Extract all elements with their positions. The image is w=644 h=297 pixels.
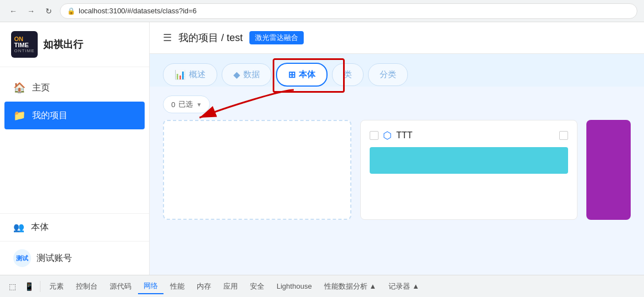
tab-overview-label: 概述 bbox=[189, 69, 206, 80]
sidebar-item-body[interactable]: 👥 本体 bbox=[0, 213, 149, 241]
logo-box: ON TIME ONTIME bbox=[11, 31, 38, 58]
main-header: ☰ 我的项目 / test 激光雷达融合 bbox=[150, 22, 644, 54]
tab-lighthouse[interactable]: Lighthouse bbox=[271, 280, 318, 293]
tab-security[interactable]: 安全 bbox=[244, 279, 270, 294]
refresh-button[interactable]: ↻ bbox=[42, 4, 55, 18]
devtools-separator-1 bbox=[40, 281, 40, 292]
filter-badge[interactable]: 0 已选 ▼ bbox=[163, 95, 210, 113]
tab-classify-label: 分类 bbox=[380, 69, 396, 80]
tabs-bar: 📊 概述 ◆ 数据 ⊞ 本体 类 分类 bbox=[150, 54, 644, 87]
back-button[interactable]: ← bbox=[7, 4, 20, 18]
home-label: 主页 bbox=[32, 82, 50, 94]
tab-perf-analytics[interactable]: 性能数据分析 ▲ bbox=[319, 279, 382, 294]
home-icon: 🏠 bbox=[13, 82, 25, 94]
url-text: localhost:3100/#/datasets/class?id=6 bbox=[79, 7, 197, 15]
card-checkbox[interactable] bbox=[370, 131, 379, 140]
card-header: ⬡ TTT bbox=[370, 129, 568, 142]
card-title: TTT bbox=[396, 130, 412, 140]
tab-data[interactable]: ◆ 数据 bbox=[222, 63, 272, 86]
items-grid: ⬡ TTT bbox=[163, 120, 631, 220]
tab-memory[interactable]: 内存 bbox=[191, 279, 217, 294]
card-checkbox-right[interactable] bbox=[559, 131, 568, 140]
tab-performance[interactable]: 性能 bbox=[165, 279, 190, 294]
projects-label: 我的项目 bbox=[32, 110, 68, 122]
tab-recorder[interactable]: 记录器 ▲ bbox=[383, 279, 425, 294]
forward-button[interactable]: → bbox=[24, 4, 38, 18]
body-tab-icon: ⊞ bbox=[288, 69, 295, 80]
avatar-text: 测试 bbox=[16, 254, 28, 263]
tab-network[interactable]: 网络 bbox=[138, 279, 163, 294]
main-content: ☰ 我的项目 / test 激光雷达融合 📊 概述 ◆ 数据 ⊞ 本体 类 分类 bbox=[150, 22, 644, 275]
project-badge: 激光雷达融合 bbox=[249, 31, 304, 44]
filter-bar: 0 已选 ▼ bbox=[163, 95, 631, 113]
chevron-down-icon: ▼ bbox=[196, 102, 202, 108]
sidebar: ON TIME ONTIME 如祺出行 🏠 主页 📁 我的项目 👥 本体 bbox=[0, 22, 150, 275]
sidebar-item-projects[interactable]: 📁 我的项目 bbox=[4, 102, 145, 129]
logo-time-sub: ONTIME bbox=[14, 48, 34, 53]
content-area: 0 已选 ▼ ⬡ TTT bbox=[150, 87, 644, 275]
lock-icon: 🔒 bbox=[67, 7, 75, 15]
tab-overview[interactable]: 📊 概述 bbox=[163, 63, 217, 86]
breadcrumb: 我的项目 / test bbox=[178, 31, 243, 44]
tab-class[interactable]: 类 bbox=[332, 63, 364, 86]
filter-label: 已选 bbox=[178, 99, 193, 109]
3d-icon: ⬡ bbox=[383, 129, 392, 142]
app-container: ON TIME ONTIME 如祺出行 🏠 主页 📁 我的项目 👥 本体 bbox=[0, 22, 644, 275]
tab-body-label: 本体 bbox=[299, 69, 315, 80]
devtools-bar: ⬚ 📱 元素 控制台 源代码 网络 性能 内存 应用 安全 Lighthouse… bbox=[0, 275, 644, 297]
overview-icon: 📊 bbox=[175, 69, 186, 80]
tab-data-label: 数据 bbox=[243, 69, 260, 80]
sidebar-item-account[interactable]: 测试 测试账号 bbox=[0, 241, 149, 275]
body-icon: 👥 bbox=[13, 222, 24, 233]
avatar: 测试 bbox=[13, 249, 31, 267]
card-color-bar-purple bbox=[586, 120, 631, 220]
filter-count: 0 bbox=[171, 100, 175, 109]
sidebar-logo: ON TIME ONTIME 如祺出行 bbox=[0, 22, 149, 67]
company-name: 如祺出行 bbox=[43, 38, 83, 51]
address-bar[interactable]: 🔒 localhost:3100/#/datasets/class?id=6 bbox=[60, 3, 637, 19]
empty-card bbox=[163, 120, 351, 220]
data-icon: ◆ bbox=[233, 69, 240, 80]
collapse-icon[interactable]: ☰ bbox=[163, 32, 172, 44]
browser-chrome: ← → ↻ 🔒 localhost:3100/#/datasets/class?… bbox=[0, 0, 644, 22]
device-button[interactable]: 📱 bbox=[21, 279, 37, 294]
tab-console[interactable]: 控制台 bbox=[70, 279, 103, 294]
tab-class-label: 类 bbox=[344, 69, 352, 80]
logo-on: ON bbox=[14, 36, 34, 42]
sidebar-nav: 🏠 主页 📁 我的项目 bbox=[0, 67, 149, 213]
tab-elements[interactable]: 元素 bbox=[44, 279, 69, 294]
tab-classify[interactable]: 分类 bbox=[368, 63, 408, 86]
tab-sources[interactable]: 源代码 bbox=[104, 279, 137, 294]
sidebar-item-home[interactable]: 🏠 主页 bbox=[0, 74, 149, 102]
card-color-bar-teal bbox=[370, 147, 568, 174]
projects-icon: 📁 bbox=[13, 109, 25, 122]
tab-body[interactable]: ⊞ 本体 bbox=[276, 63, 328, 87]
ttt-card: ⬡ TTT bbox=[360, 120, 577, 220]
account-label: 测试账号 bbox=[37, 253, 72, 264]
tab-application[interactable]: 应用 bbox=[218, 279, 243, 294]
logo-time-text: TIME bbox=[14, 42, 34, 48]
body-label: 本体 bbox=[31, 222, 49, 233]
inspector-button[interactable]: ⬚ bbox=[4, 279, 20, 294]
